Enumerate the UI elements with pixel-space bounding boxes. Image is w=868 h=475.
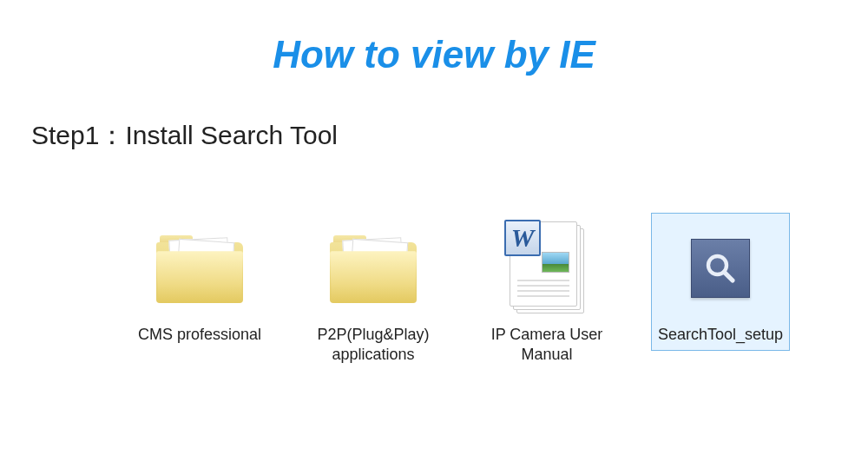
file-item-user-manual[interactable]: W IP Camera User Manual [477, 213, 616, 370]
svg-line-1 [724, 272, 733, 280]
file-item-searchtool-setup[interactable]: SearchTool_setup [651, 213, 790, 351]
file-icons-row: CMS professional P2P(Plug&Play) applicat… [130, 213, 868, 370]
file-label: CMS professional [138, 325, 261, 345]
file-label: IP Camera User Manual [482, 325, 612, 364]
word-document-icon: W [499, 221, 595, 316]
folder-icon [326, 221, 421, 316]
file-label: P2P(Plug&Play) applications [308, 325, 438, 364]
step-heading: Step1：Install Search Tool [31, 118, 868, 154]
page-title: How to view by IE [0, 33, 868, 76]
file-item-cms-professional[interactable]: CMS professional [130, 213, 269, 351]
folder-icon [152, 221, 247, 316]
file-item-p2p-applications[interactable]: P2P(Plug&Play) applications [304, 213, 443, 370]
file-label: SearchTool_setup [658, 325, 783, 345]
search-app-icon [673, 221, 768, 316]
